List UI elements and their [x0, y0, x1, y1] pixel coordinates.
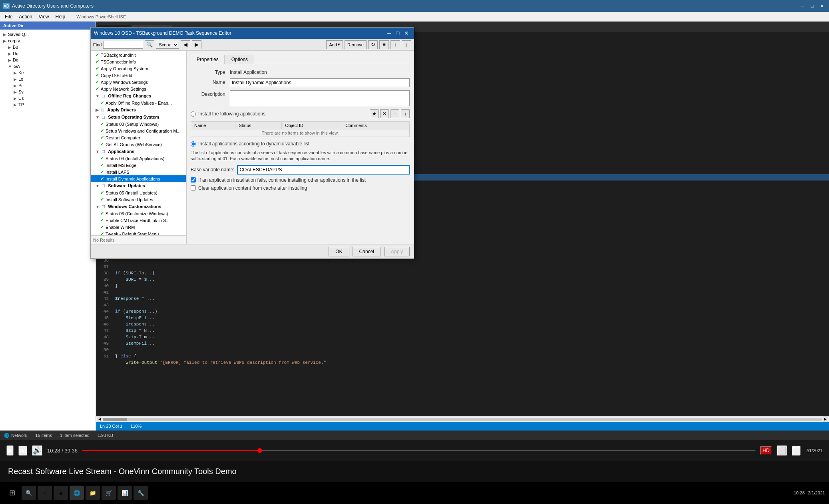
- refresh-button[interactable]: ↻: [368, 40, 378, 49]
- dialog-maximize-button[interactable]: □: [394, 29, 402, 37]
- base-var-input[interactable]: [237, 165, 410, 174]
- nav-back-button[interactable]: ◀: [181, 40, 190, 49]
- apply-button[interactable]: Apply: [384, 247, 410, 256]
- hd-button[interactable]: HD: [760, 446, 772, 455]
- ts-item-offline-reg-group[interactable]: ▼ □ Offline Reg Changes: [91, 92, 186, 99]
- remove-button[interactable]: Remove: [345, 40, 367, 49]
- close-button[interactable]: ✕: [818, 2, 826, 10]
- radio-install-following[interactable]: [191, 111, 196, 117]
- ts-item-dynamic-apps[interactable]: ✔ Install Dynamic Applications: [91, 175, 186, 182]
- ts-item-tsconnectioninfo[interactable]: TSConnectionInfo: [91, 58, 186, 65]
- tree-item-sy[interactable]: ▶ Sy: [12, 89, 94, 95]
- tab-options[interactable]: Options: [225, 55, 254, 64]
- ts-item-status06[interactable]: Status 06 (Customize Windows): [91, 210, 186, 217]
- play-button[interactable]: ▶: [6, 445, 14, 456]
- table-btn-down[interactable]: ↓: [401, 109, 410, 118]
- taskbar-app2[interactable]: 🔧: [134, 486, 148, 500]
- table-btn-x[interactable]: ✕: [380, 109, 389, 118]
- scope-select[interactable]: Scope: [156, 41, 179, 49]
- taskbar-edge[interactable]: 🌐: [70, 486, 84, 500]
- taskbar-search[interactable]: 🔍: [22, 486, 36, 500]
- scroll-right[interactable]: ▶: [823, 417, 828, 422]
- check-continue-installing[interactable]: [191, 177, 196, 183]
- tree-item-pr[interactable]: ▶ Pr: [12, 82, 94, 89]
- ts-item-offline-reg-values[interactable]: Apply Offline Reg Values - Enab...: [91, 99, 186, 106]
- check1-label[interactable]: If an application installation fails, co…: [198, 177, 366, 183]
- ts-item-restart[interactable]: Restart Computer: [91, 134, 186, 141]
- tree-item-us[interactable]: ▶ Us: [12, 95, 94, 101]
- menu-action[interactable]: Action: [16, 13, 35, 20]
- ts-item-win-custom-group[interactable]: ▼ □ Windows Customizations: [91, 203, 186, 210]
- ts-item-copytsbhdd[interactable]: CopyTSBToHdd: [91, 72, 186, 79]
- ts-item-tsbackgroundinit[interactable]: TSBackgroundInit: [91, 52, 186, 58]
- cancel-button[interactable]: Cancel: [353, 247, 381, 256]
- dialog-close-button[interactable]: ✕: [403, 29, 411, 37]
- ts-item-apply-drivers-group[interactable]: ▶ □ Apply Drivers: [91, 106, 186, 113]
- ts-item-apply-windows[interactable]: Apply Windows Settings: [91, 79, 186, 85]
- theater-button[interactable]: ⬜: [777, 445, 787, 456]
- ts-item-status05[interactable]: Status 05 (Install Updates): [91, 189, 186, 196]
- volume-button[interactable]: 🔊: [32, 445, 42, 456]
- tree-item-tp[interactable]: ▶ TP: [12, 101, 94, 108]
- minimize-button[interactable]: ─: [799, 2, 807, 10]
- fullscreen-button[interactable]: ⛶: [792, 446, 801, 456]
- taskbar-ie[interactable]: e: [54, 486, 68, 500]
- ts-item-apply-os[interactable]: Apply Operating System: [91, 65, 186, 72]
- radio-dynamic-variable[interactable]: [191, 141, 196, 147]
- table-btn-star[interactable]: ★: [370, 109, 379, 118]
- taskbar-folder[interactable]: 📁: [86, 486, 100, 500]
- description-input[interactable]: [230, 90, 410, 106]
- h-scroll[interactable]: ◀ ▶: [96, 416, 829, 422]
- ts-item-applications-group[interactable]: ▼ □ Applications: [91, 148, 186, 155]
- ts-item-apply-network[interactable]: Apply Network Settings: [91, 85, 186, 92]
- name-input[interactable]: [230, 78, 410, 87]
- menu-help[interactable]: Help: [52, 13, 69, 20]
- ts-item-status03[interactable]: Status 03 (Setup Windows): [91, 121, 186, 127]
- tree-item-bu[interactable]: ▶ Bu: [6, 44, 94, 50]
- tab-properties[interactable]: Properties: [191, 55, 225, 64]
- tree-item-dc[interactable]: ▶ Dc: [6, 50, 94, 57]
- ok-button[interactable]: OK: [329, 247, 349, 256]
- maximize-button[interactable]: □: [808, 2, 816, 10]
- add-button[interactable]: Add ▾: [326, 40, 343, 49]
- task-sequence-dialog[interactable]: Windows 10 OSD - TSBackground DEMO Task …: [90, 27, 414, 259]
- taskbar-app1[interactable]: 📊: [118, 486, 132, 500]
- ts-item-setup-windows[interactable]: Setup Windows and Configuration M...: [91, 127, 186, 134]
- taskbar-cortana[interactable]: ○: [38, 486, 52, 500]
- tree-item-ke[interactable]: ▶ Ke: [12, 69, 94, 76]
- tree-item-lo[interactable]: ▶ Lo: [12, 76, 94, 82]
- radio1-label[interactable]: Install the following applications: [198, 111, 265, 117]
- next-button[interactable]: ⏭: [18, 446, 27, 456]
- menu-view[interactable]: View: [36, 13, 52, 20]
- ts-item-winrm[interactable]: Enable WinRM: [91, 224, 186, 230]
- find-input[interactable]: [103, 41, 143, 49]
- progress-bar[interactable]: [82, 450, 755, 451]
- tree-item-do[interactable]: ▶ Do: [6, 57, 94, 63]
- move-down-button[interactable]: ↓: [402, 40, 411, 49]
- ts-item-software-updates-group[interactable]: ▼ □ Software Updates: [91, 182, 186, 189]
- dialog-minimize-button[interactable]: ─: [385, 29, 393, 37]
- scroll-track[interactable]: [103, 418, 822, 421]
- check-clear-cache[interactable]: [191, 185, 196, 190]
- ts-item-start-menu[interactable]: Tweak - Default Start Menu: [91, 230, 186, 235]
- table-btn-up[interactable]: ↑: [391, 109, 399, 118]
- tree-item-corp[interactable]: ▶ corp.v...: [2, 38, 94, 44]
- ts-item-laps[interactable]: Install LAPS: [91, 169, 186, 175]
- radio2-label[interactable]: Install applications according to dynami…: [198, 141, 309, 147]
- properties-button[interactable]: ≡: [379, 40, 389, 49]
- ts-item-cmtrace[interactable]: Enable CMTrace HardLink in S...: [91, 217, 186, 224]
- start-button[interactable]: ⊞: [4, 486, 20, 500]
- menu-file[interactable]: File: [2, 13, 16, 20]
- ts-item-install-updates[interactable]: Install Software Updates: [91, 196, 186, 203]
- ts-item-status04[interactable]: Status 04 (Install Applications): [91, 155, 186, 162]
- tree-item-ga[interactable]: ▼ GA: [6, 63, 94, 69]
- move-up-button[interactable]: ↑: [391, 40, 400, 49]
- nav-forward-button[interactable]: ▶: [192, 40, 201, 49]
- ts-item-get-groups[interactable]: Get All Groups (WebService): [91, 141, 186, 148]
- find-search-button[interactable]: 🔍: [145, 40, 154, 49]
- tree-item-saved[interactable]: ▶ Saved Q...: [2, 31, 94, 38]
- check2-label[interactable]: Clear application content from cache aft…: [198, 185, 307, 191]
- taskbar-store[interactable]: 🛒: [102, 486, 116, 500]
- ts-item-setup-os-group[interactable]: ▼ □ Setup Operating System: [91, 113, 186, 121]
- ts-item-ms-edge[interactable]: Install MS Edge: [91, 162, 186, 169]
